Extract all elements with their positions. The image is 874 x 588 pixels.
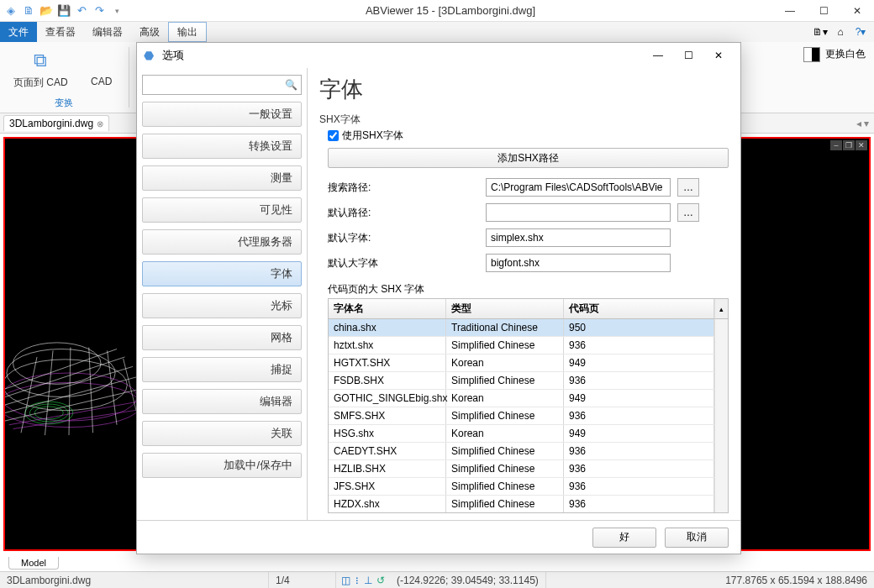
side-snap[interactable]: 捕捉 <box>142 357 302 382</box>
col-name[interactable]: 字体名 <box>329 299 446 318</box>
quick-access-toolbar: ◈ 🗎 📂 💾 ↶ ↷ ▾ <box>0 3 128 18</box>
side-font[interactable]: 字体 <box>142 261 302 286</box>
tab-scroll-left-icon[interactable]: ◂ <box>856 118 861 129</box>
options-search-field[interactable]: 🔍 <box>142 75 302 95</box>
search-icon[interactable]: 🔍 <box>285 79 297 91</box>
menu-output[interactable]: 输出 <box>168 22 207 42</box>
invert-colors-icon[interactable] <box>803 47 820 62</box>
app-icon: ◈ <box>3 3 18 18</box>
table-row[interactable]: HGTXT.SHXKorean949 <box>329 354 714 372</box>
status-page: 1/4 <box>269 572 336 588</box>
side-editor[interactable]: 编辑器 <box>142 389 302 414</box>
dialog-minimize-button[interactable]: — <box>643 44 673 67</box>
cad-button[interactable]: CAD <box>83 45 120 92</box>
menu-viewer[interactable]: 查看器 <box>37 22 84 42</box>
grid-header: 字体名 类型 代码页 <box>329 299 714 319</box>
use-shx-checkbox[interactable] <box>328 130 339 141</box>
doc-dropdown-icon[interactable]: 🗎▾ <box>812 24 829 40</box>
menu-file[interactable]: 文件 <box>0 22 37 42</box>
qat-dropdown-icon[interactable]: ▾ <box>109 3 124 18</box>
search-path-row: 搜索路径: … <box>328 178 729 197</box>
page-to-cad-label: 页面到 CAD <box>13 76 68 90</box>
cell-codepage: 936 <box>564 372 714 389</box>
default-path-input[interactable] <box>486 203 671 222</box>
col-type[interactable]: 类型 <box>446 299 564 318</box>
dialog-main: 字体 SHX字体 使用SHX字体 添加SHX路径 搜索路径: … 默认路径: …… <box>307 68 740 520</box>
side-proxy[interactable]: 代理服务器 <box>142 229 302 255</box>
tab-scroll-right-icon[interactable]: ▾ <box>864 118 869 129</box>
menu-advanced[interactable]: 高级 <box>131 22 168 42</box>
table-row[interactable]: HZLIB.SHXSimplified Chinese936 <box>329 460 714 478</box>
default-path-browse-button[interactable]: … <box>677 203 699 222</box>
side-grid[interactable]: 网格 <box>142 325 302 350</box>
col-codepage[interactable]: 代码页 <box>564 299 714 318</box>
maximize-button[interactable]: ☐ <box>807 0 840 22</box>
ok-button[interactable]: 好 <box>592 528 656 548</box>
dialog-close-button[interactable]: ✕ <box>703 44 734 67</box>
table-row[interactable]: JFS.SHXSimplified Chinese936 <box>329 478 714 496</box>
cell-codepage: 949 <box>564 354 714 371</box>
side-assoc[interactable]: 关联 <box>142 421 302 446</box>
cell-type: Simplified Chinese <box>446 460 564 477</box>
status-icon-1[interactable]: ◫ <box>341 575 350 586</box>
close-tab-icon[interactable]: ⊗ <box>97 119 103 129</box>
dialog-titlebar[interactable]: ⬣ 选项 — ☐ ✕ <box>137 43 740 68</box>
help-icon[interactable]: ?▾ <box>852 24 869 40</box>
dialog-heading: 字体 <box>319 75 729 111</box>
shx-group-label: SHX字体 <box>319 113 729 127</box>
menu-editor[interactable]: 编辑器 <box>84 22 131 42</box>
side-measure[interactable]: 测量 <box>142 165 302 191</box>
search-path-input[interactable] <box>486 178 671 197</box>
page-to-cad-button[interactable]: ⧉ 页面到 CAD <box>8 45 73 92</box>
doctab-right: ◂ ▾ <box>856 118 874 129</box>
redo-icon[interactable]: ↷ <box>92 3 107 18</box>
side-general[interactable]: 一般设置 <box>142 102 302 127</box>
table-row[interactable]: GOTHIC_SINGLEbig.shxKorean949 <box>329 390 714 407</box>
new-icon[interactable]: 🗎 <box>21 3 36 18</box>
table-row[interactable]: SMFS.SHXSimplified Chinese936 <box>329 407 714 425</box>
grid-scrollbar[interactable] <box>714 319 728 512</box>
table-row[interactable]: FSDB.SHXSimplified Chinese936 <box>329 372 714 390</box>
minimize-button[interactable]: — <box>773 0 807 22</box>
document-tab[interactable]: 3DLamborgini.dwg ⊗ <box>3 115 109 131</box>
close-button[interactable]: ✕ <box>840 0 874 22</box>
inner-minimize-icon[interactable]: – <box>830 140 842 150</box>
table-row[interactable]: hztxt.shxSimplified Chinese936 <box>329 337 714 354</box>
cad-label: CAD <box>91 76 112 87</box>
undo-icon[interactable]: ↶ <box>74 3 89 18</box>
side-cursor[interactable]: 光标 <box>142 293 302 318</box>
dialog-title: 选项 <box>162 48 184 63</box>
replace-white-label[interactable]: 更换白色 <box>825 47 866 61</box>
dialog-maximize-button[interactable]: ☐ <box>673 44 703 67</box>
grid-body[interactable]: china.shxTraditional Chinese950hztxt.shx… <box>329 319 714 512</box>
home-icon[interactable]: ⌂ <box>832 24 849 40</box>
table-row[interactable]: CAEDYT.SHXSimplified Chinese936 <box>329 443 714 460</box>
save-icon[interactable]: 💾 <box>56 3 71 18</box>
status-icon-3[interactable]: ⊥ <box>364 575 372 586</box>
table-row[interactable]: HZDX.shxSimplified Chinese936 <box>329 496 714 512</box>
cancel-button[interactable]: 取消 <box>665 528 729 548</box>
page-to-cad-icon: ⧉ <box>27 47 54 74</box>
table-row[interactable]: china.shxTraditional Chinese950 <box>329 319 714 337</box>
side-visibility[interactable]: 可见性 <box>142 197 302 223</box>
inner-restore-icon[interactable]: ❐ <box>843 140 855 150</box>
status-icon-4[interactable]: ↺ <box>376 575 385 586</box>
cell-type: Simplified Chinese <box>446 478 564 495</box>
search-path-browse-button[interactable]: … <box>677 178 699 197</box>
open-icon[interactable]: 📂 <box>39 3 54 18</box>
table-row[interactable]: HSG.shxKorean949 <box>329 425 714 443</box>
cell-type: Traditional Chinese <box>446 319 564 336</box>
cell-name: HSG.shx <box>329 425 446 442</box>
scroll-up-icon[interactable]: ▴ <box>714 299 728 319</box>
default-bigfont-input[interactable] <box>486 254 671 272</box>
side-loading[interactable]: 加载中/保存中 <box>142 453 302 478</box>
inner-close-icon[interactable]: ✕ <box>856 140 867 150</box>
add-shx-path-button[interactable]: 添加SHX路径 <box>328 148 729 168</box>
status-icons: ◫ ⫶ ⊥ ↺ <box>336 575 390 586</box>
status-icon-2[interactable]: ⫶ <box>355 575 360 586</box>
default-font-input[interactable] <box>486 228 671 247</box>
side-convert[interactable]: 转换设置 <box>142 134 302 159</box>
cell-name: JFS.SHX <box>329 478 446 495</box>
model-tab[interactable]: Model <box>8 557 59 570</box>
options-search-input[interactable] <box>146 79 285 91</box>
